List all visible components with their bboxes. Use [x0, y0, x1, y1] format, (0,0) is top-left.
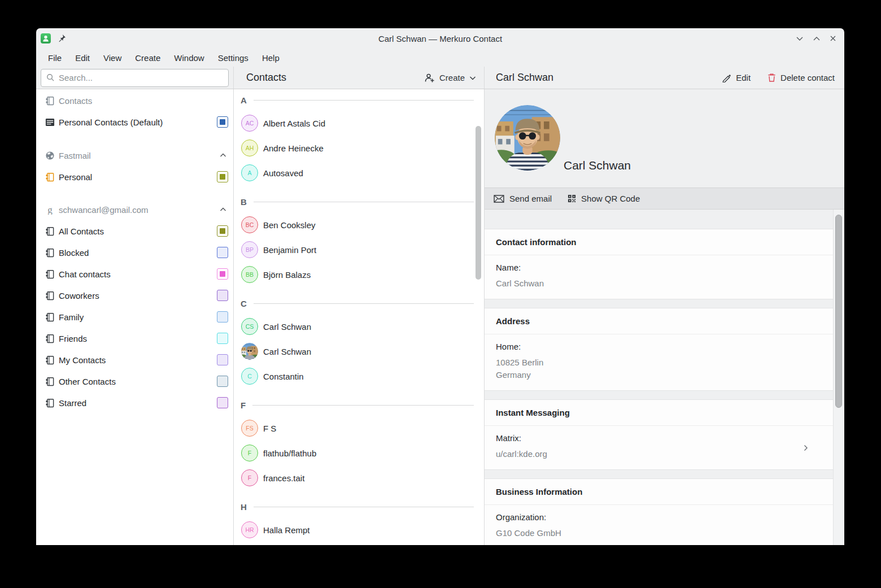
collapse-chevron-icon[interactable] [220, 207, 226, 212]
address-book-icon [45, 227, 55, 236]
detail-row-home: Home:10825 BerlinGermany [485, 334, 833, 390]
contact-photo-avatar [241, 343, 258, 360]
contact-row-flathub-flathub[interactable]: Fflathub/flathub [234, 441, 484, 465]
contact-name: Carl Schwan [564, 159, 631, 172]
contact-row-carl-schwan[interactable]: Carl Schwan [234, 339, 484, 364]
section-header-h: H [234, 496, 484, 517]
menu-create[interactable]: Create [129, 51, 167, 65]
sidebar-item-personal-contacts-default[interactable]: Personal Contacts (Default) [36, 111, 233, 133]
address-book-icon [45, 377, 55, 386]
collection-checkbox[interactable] [217, 397, 228, 408]
contact-initials-avatar: BC [241, 216, 258, 233]
create-button[interactable]: Create [425, 73, 476, 82]
menu-edit[interactable]: Edit [69, 51, 96, 65]
collection-checkbox[interactable] [217, 225, 228, 237]
search-icon [46, 73, 55, 82]
detail-card-instant-messaging: Instant MessagingMatrix:u/carl:kde.org [485, 399, 833, 470]
search-placeholder: Search... [59, 73, 93, 82]
field-label: Matrix: [496, 433, 810, 443]
contact-row-constantin[interactable]: CConstantin [234, 364, 484, 389]
contact-row-hubert-figui-re[interactable]: HFhubert figuière [234, 542, 484, 545]
menu-help[interactable]: Help [256, 51, 286, 65]
section-header-f: F [234, 394, 484, 416]
address-book-icon [45, 269, 55, 279]
sidebar-item-personal[interactable]: Personal [36, 166, 233, 188]
delete-contact-button[interactable]: Delete contact [767, 73, 835, 82]
collection-checkbox[interactable] [217, 354, 228, 365]
contact-row-autosaved[interactable]: AAutosaved [234, 160, 484, 185]
contact-row-bj-rn-balazs[interactable]: BBBjörn Balazs [234, 262, 484, 287]
chevron-right-icon [804, 445, 808, 451]
address-book-sidebar: ContactsPersonal Contacts (Default)Fastm… [36, 89, 234, 545]
menu-window[interactable]: Window [168, 51, 210, 65]
sidebar-spacer [36, 188, 233, 199]
person-plus-icon [425, 73, 435, 82]
google-g-icon: g [45, 205, 55, 215]
merkuro-contact-window: Carl Schwan — Merkuro Contact FileEditVi… [36, 28, 844, 545]
collection-checkbox[interactable] [217, 311, 228, 323]
trash-icon [767, 73, 776, 82]
collection-checkbox[interactable] [217, 290, 228, 301]
contact-row-halla-rempt[interactable]: HRHalla Rempt [234, 517, 484, 542]
sidebar-item-blocked[interactable]: Blocked [36, 242, 233, 263]
sidebar-item-friends[interactable]: Friends [36, 328, 233, 349]
section-header-a: A [234, 89, 484, 111]
contact-photo [495, 105, 560, 171]
sidebar-item-coworkers[interactable]: Coworkers [36, 285, 233, 306]
field-value: G10 Code GmbH [496, 527, 810, 539]
contact-initials-avatar: AH [241, 140, 258, 156]
contact-initials-avatar: C [241, 368, 258, 385]
edit-button[interactable]: Edit [722, 73, 751, 82]
collection-checkbox[interactable] [217, 247, 228, 258]
menu-file[interactable]: File [42, 51, 68, 65]
collapse-chevron-icon[interactable] [220, 153, 226, 158]
collection-checkbox[interactable] [217, 268, 228, 280]
contact-initials-avatar: AC [241, 115, 258, 132]
sidebar-section-contacts[interactable]: Contacts [36, 90, 233, 111]
menu-view[interactable]: View [97, 51, 128, 65]
maximize-button[interactable] [813, 36, 821, 41]
detail-scrollbar[interactable] [835, 215, 842, 408]
contact-initials-avatar: F [241, 445, 258, 461]
contact-row-benjamin-port[interactable]: BPBenjamin Port [234, 237, 484, 262]
sidebar-section-fastmail[interactable]: Fastmail [36, 145, 233, 166]
detail-card-contact-information: Contact informationName:Carl Schwan [485, 229, 833, 299]
collection-checkbox[interactable] [217, 333, 228, 344]
contact-row-andre-heinecke[interactable]: AHAndre Heinecke [234, 136, 484, 160]
envelope-icon [494, 195, 504, 203]
address-book-icon [45, 398, 55, 408]
sidebar-item-family[interactable]: Family [36, 306, 233, 328]
titlebar[interactable]: Carl Schwan — Merkuro Contact [36, 28, 844, 49]
collection-checkbox[interactable] [217, 116, 228, 128]
contact-row-ben-cooksley[interactable]: BCBen Cooksley [234, 212, 484, 237]
contact-actions-toolbar: Send email Show QR Code [485, 188, 844, 210]
contact-row-frances-tait[interactable]: Ffrances.tait [234, 465, 484, 490]
address-book-icon [45, 291, 55, 300]
minimize-button[interactable] [796, 36, 804, 41]
section-header-b: B [234, 191, 484, 212]
sidebar-section-schwancarl-gmail-com[interactable]: gschwancarl@gmail.com [36, 199, 233, 220]
sidebar-item-starred[interactable]: Starred [36, 392, 233, 413]
contact-list-scrollbar[interactable] [476, 126, 481, 280]
contact-row-f-s[interactable]: FSF S [234, 416, 484, 441]
sidebar-item-other-contacts[interactable]: Other Contacts [36, 371, 233, 392]
search-input[interactable]: Search... [41, 69, 229, 87]
contact-initials-avatar: F [241, 469, 258, 486]
pencil-icon [722, 73, 731, 82]
address-book-icon [45, 248, 55, 258]
show-qr-code-button[interactable]: Show QR Code [568, 194, 640, 203]
collection-checkbox[interactable] [217, 171, 228, 182]
collection-checkbox[interactable] [217, 376, 228, 387]
send-email-button[interactable]: Send email [494, 194, 552, 203]
detail-row-matrix[interactable]: Matrix:u/carl:kde.org [485, 426, 833, 469]
close-button[interactable] [830, 35, 836, 42]
sidebar-item-all-contacts[interactable]: All Contacts [36, 220, 233, 242]
window-title: Carl Schwan — Merkuro Contact [36, 28, 844, 49]
svg-text:g: g [47, 205, 53, 215]
sidebar-item-chat-contacts[interactable]: Chat contacts [36, 263, 233, 285]
contact-row-albert-astals-cid[interactable]: ACAlbert Astals Cid [234, 111, 484, 136]
field-value: u/carl:kde.org [496, 448, 810, 460]
contact-row-carl-schwan[interactable]: CSCarl Schwan [234, 314, 484, 339]
sidebar-item-my-contacts[interactable]: My Contacts [36, 349, 233, 371]
menu-settings[interactable]: Settings [212, 51, 255, 65]
